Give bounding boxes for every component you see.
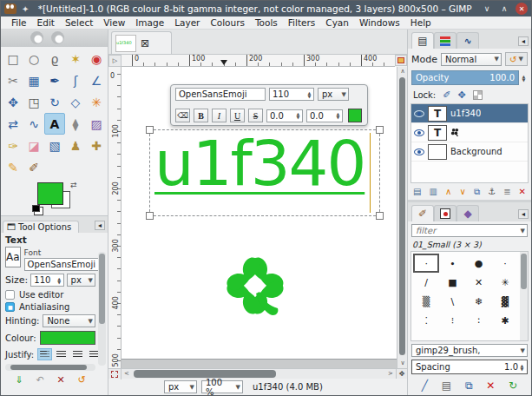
- canvas-text[interactable]: u1f340: [154, 127, 365, 200]
- brush-thumbnail[interactable]: ⁚: [413, 311, 439, 330]
- menu-item[interactable]: File: [6, 17, 32, 28]
- strikethrough-button[interactable]: S: [248, 109, 263, 122]
- brush-thumbnail[interactable]: ·: [413, 254, 439, 273]
- spinner-arrows-icon[interactable]: ▲▼: [305, 91, 313, 98]
- spinner-arrows-icon[interactable]: ▲▼: [518, 364, 526, 371]
- layer-row-background[interactable]: Background: [411, 142, 528, 162]
- kerning-spinner[interactable]: 0.0 ▲▼: [306, 109, 343, 122]
- tool-button-handle-transform[interactable]: ◇: [65, 91, 86, 113]
- size-unit-select[interactable]: px▼: [67, 274, 95, 287]
- statusbar-unit-select[interactable]: px▼: [164, 380, 197, 393]
- delete-options-button[interactable]: ✕: [56, 374, 64, 386]
- layer-row-u1f340[interactable]: T u1f340: [411, 104, 528, 123]
- tool-button-clone[interactable]: ♟: [65, 135, 86, 156]
- tab-gradients[interactable]: ◆: [456, 205, 479, 221]
- quick-mask-toggle[interactable]: [108, 369, 122, 380]
- menu-item[interactable]: Layer: [169, 17, 205, 28]
- lock-position-icon[interactable]: ✥: [457, 89, 465, 101]
- tab-tool-options[interactable]: 🗔 Tool Options: [3, 221, 79, 233]
- brush-thumbnail[interactable]: ▓: [492, 292, 518, 311]
- tool-button-ellipse-select[interactable]: ○: [23, 48, 44, 69]
- brush-thumbnail[interactable]: ●: [466, 254, 492, 273]
- tool-options-vscrollbar[interactable]: [98, 252, 106, 366]
- font-preview-button[interactable]: Aa: [5, 247, 21, 267]
- tab-paths[interactable]: ∿: [456, 32, 479, 49]
- bold-button[interactable]: B: [194, 109, 208, 122]
- menu-item[interactable]: Edit: [32, 17, 60, 28]
- justify-left-button[interactable]: [37, 348, 52, 360]
- dock-collapse-icon[interactable]: ◂: [518, 209, 529, 219]
- tab-channels[interactable]: [434, 32, 456, 49]
- menu-item[interactable]: Cyan: [320, 17, 354, 28]
- brush-thumbnail[interactable]: ·: [492, 254, 518, 273]
- visibility-eye-icon[interactable]: [414, 110, 424, 117]
- brush-thumbnail[interactable]: ✱: [492, 311, 518, 330]
- brush-thumbnail[interactable]: \: [439, 292, 465, 311]
- tool-button-foreground-select[interactable]: ▦: [23, 69, 44, 91]
- brush-tag-input[interactable]: gimp29_brush,▼: [411, 344, 528, 357]
- resize-handle[interactable]: [376, 212, 384, 220]
- dock-collapse-icon[interactable]: ◂: [518, 36, 529, 46]
- new-brush-button[interactable]: ▤: [442, 380, 451, 392]
- brush-thumbnail[interactable]: ✕: [466, 273, 492, 292]
- minimize-button[interactable]: ∨: [481, 3, 493, 15]
- tool-button-rectangle-select[interactable]: □: [3, 48, 23, 69]
- delete-brush-button[interactable]: ✕: [486, 380, 495, 392]
- resize-handle[interactable]: [376, 126, 384, 134]
- toolbar-font-input[interactable]: OpenSansEmoji: [175, 88, 266, 101]
- spacing-slider[interactable]: Spacing 1.0 ▲▼: [411, 360, 528, 374]
- tool-button-ink[interactable]: ✑: [3, 135, 23, 156]
- italic-button[interactable]: I: [212, 109, 227, 122]
- maximize-button[interactable]: ∧: [498, 3, 510, 15]
- antialiasing-checkbox[interactable]: [5, 302, 15, 312]
- clear-style-button[interactable]: ⌫: [175, 109, 190, 122]
- tool-button-measure[interactable]: ∠: [86, 69, 107, 91]
- duplicate-layer-button[interactable]: ⧉: [474, 187, 480, 197]
- tool-button-warp-transform[interactable]: ✳: [86, 91, 107, 113]
- tab-brushes[interactable]: ✐: [411, 205, 434, 221]
- brush-filter-input[interactable]: filter▼: [411, 224, 528, 237]
- reset-options-button[interactable]: ↺: [77, 374, 85, 386]
- tool-button-eraser[interactable]: ◪: [23, 135, 44, 156]
- statusbar-zoom-select[interactable]: 100 %▼: [201, 380, 243, 393]
- layer-row-clover[interactable]: T: [411, 123, 528, 142]
- duplicate-brush-button[interactable]: ⧉: [465, 380, 473, 392]
- tool-button-cage-transform[interactable]: ∿: [23, 113, 44, 135]
- menu-item[interactable]: Windows: [354, 17, 405, 28]
- ruler-corner-menu-button[interactable]: ▷: [108, 55, 122, 67]
- edit-brush-button[interactable]: ╱: [422, 380, 428, 392]
- tool-button-move[interactable]: ✥: [3, 91, 23, 113]
- menu-item[interactable]: Tools: [250, 17, 283, 28]
- toolbar-size-spinner[interactable]: 110 ▲▼: [269, 88, 314, 101]
- menu-item[interactable]: Help: [405, 17, 437, 28]
- toolbar-colour-swatch[interactable]: [348, 109, 362, 122]
- lock-pixels-icon[interactable]: ✐: [443, 89, 450, 101]
- menu-item[interactable]: Colours: [205, 17, 250, 28]
- new-layer-button[interactable]: ▤: [413, 187, 421, 197]
- brush-thumbnail[interactable]: ⁝: [439, 311, 465, 330]
- save-options-button[interactable]: ⇓: [15, 374, 23, 386]
- close-button[interactable]: ✕: [516, 3, 528, 15]
- tab-layers[interactable]: ▤: [411, 32, 434, 49]
- delete-layer-button[interactable]: ✕: [519, 187, 526, 197]
- tool-button-pencil[interactable]: ✎: [3, 156, 23, 178]
- refresh-brushes-button[interactable]: ↻: [509, 380, 517, 392]
- swap-colors-icon[interactable]: ⇄: [70, 181, 77, 189]
- baseline-spinner[interactable]: 0.0 ▲▼: [266, 109, 303, 122]
- tool-button-mypaint-brush[interactable]: ▧: [44, 135, 65, 156]
- tool-button-gradient[interactable]: ▨: [86, 113, 107, 135]
- default-colors-icon[interactable]: [32, 205, 40, 212]
- image-tab[interactable]: u1f340 ⊠: [111, 31, 172, 54]
- scroll-right-icon[interactable]: >: [385, 369, 396, 379]
- menu-item[interactable]: Image: [130, 17, 169, 28]
- justify-center-button[interactable]: [70, 348, 85, 360]
- text-colour-swatch[interactable]: [40, 331, 95, 345]
- toolbar-unit-select[interactable]: px▼: [318, 88, 349, 101]
- tool-button-free-select[interactable]: ϱ: [44, 48, 65, 69]
- raise-layer-button[interactable]: ∧: [445, 187, 451, 197]
- anchor-layer-button[interactable]: ⚓: [488, 187, 496, 197]
- text-layer-bounding-box[interactable]: u1f340: [149, 129, 380, 216]
- tool-button-paths[interactable]: ✒: [44, 69, 65, 91]
- font-input[interactable]: OpenSansEmoji: [24, 258, 99, 271]
- menu-item[interactable]: Filters: [283, 17, 320, 28]
